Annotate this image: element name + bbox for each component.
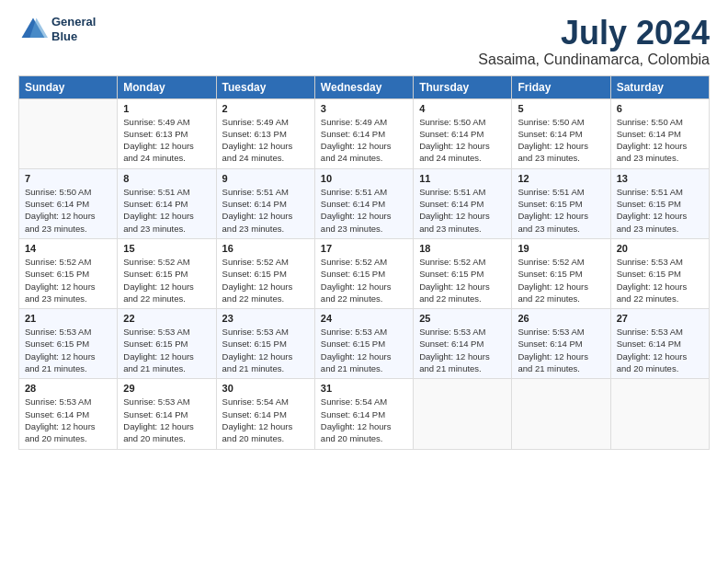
week-row-5: 28 Sunrise: 5:53 AMSunset: 6:14 PMDaylig… (19, 379, 710, 449)
day-number: 13 (617, 173, 703, 184)
cell-details: Sunrise: 5:53 AMSunset: 6:15 PMDaylight:… (123, 327, 194, 373)
calendar-cell: 13 Sunrise: 5:51 AMSunset: 6:15 PMDaylig… (610, 168, 709, 238)
cell-details: Sunrise: 5:52 AMSunset: 6:15 PMDaylight:… (518, 257, 588, 304)
week-row-2: 7 Sunrise: 5:50 AMSunset: 6:14 PMDayligh… (19, 168, 710, 238)
calendar-cell: 15 Sunrise: 5:52 AMSunset: 6:15 PMDaylig… (118, 238, 216, 308)
page: General Blue July 2024 Sasaima, Cundinam… (0, 0, 728, 563)
cell-details: Sunrise: 5:54 AMSunset: 6:14 PMDaylight:… (222, 396, 293, 443)
cell-details: Sunrise: 5:52 AMSunset: 6:15 PMDaylight:… (123, 257, 194, 304)
calendar-cell: 27 Sunrise: 5:53 AMSunset: 6:14 PMDaylig… (610, 309, 709, 379)
cell-details: Sunrise: 5:51 AMSunset: 6:14 PMDaylight:… (222, 187, 293, 234)
day-number: 4 (419, 103, 506, 114)
day-number: 23 (222, 313, 309, 324)
cell-details: Sunrise: 5:53 AMSunset: 6:15 PMDaylight:… (617, 257, 688, 304)
cell-details: Sunrise: 5:53 AMSunset: 6:15 PMDaylight:… (222, 327, 293, 373)
day-header-sunday: Sunday (19, 75, 118, 98)
calendar-cell: 24 Sunrise: 5:53 AMSunset: 6:15 PMDaylig… (314, 309, 413, 379)
calendar-cell: 5 Sunrise: 5:50 AMSunset: 6:14 PMDayligh… (512, 98, 610, 168)
day-number: 14 (25, 243, 111, 254)
cell-details: Sunrise: 5:49 AMSunset: 6:14 PMDaylight:… (321, 117, 392, 164)
calendar-cell: 19 Sunrise: 5:52 AMSunset: 6:15 PMDaylig… (512, 238, 610, 308)
calendar-cell: 23 Sunrise: 5:53 AMSunset: 6:15 PMDaylig… (216, 309, 314, 379)
day-number: 24 (321, 313, 407, 324)
calendar-cell: 31 Sunrise: 5:54 AMSunset: 6:14 PMDaylig… (314, 379, 413, 449)
calendar-cell: 12 Sunrise: 5:51 AMSunset: 6:15 PMDaylig… (512, 168, 610, 238)
day-number: 29 (123, 383, 210, 394)
cell-details: Sunrise: 5:53 AMSunset: 6:14 PMDaylight:… (518, 327, 588, 373)
day-header-thursday: Thursday (414, 75, 512, 98)
calendar-cell: 6 Sunrise: 5:50 AMSunset: 6:14 PMDayligh… (610, 98, 709, 168)
calendar-cell: 21 Sunrise: 5:53 AMSunset: 6:15 PMDaylig… (19, 309, 118, 379)
day-number: 3 (321, 103, 407, 114)
logo: General Blue (18, 15, 96, 44)
calendar-cell: 26 Sunrise: 5:53 AMSunset: 6:14 PMDaylig… (512, 309, 610, 379)
cell-details: Sunrise: 5:52 AMSunset: 6:15 PMDaylight:… (25, 257, 96, 304)
day-number: 2 (222, 103, 309, 114)
calendar-cell: 14 Sunrise: 5:52 AMSunset: 6:15 PMDaylig… (19, 238, 118, 308)
calendar-cell: 20 Sunrise: 5:53 AMSunset: 6:15 PMDaylig… (610, 238, 709, 308)
day-number: 11 (419, 173, 506, 184)
day-number: 12 (518, 173, 604, 184)
day-number: 22 (123, 313, 210, 324)
calendar-cell: 9 Sunrise: 5:51 AMSunset: 6:14 PMDayligh… (216, 168, 314, 238)
calendar-cell: 18 Sunrise: 5:52 AMSunset: 6:15 PMDaylig… (414, 238, 512, 308)
day-number: 25 (419, 313, 506, 324)
day-number: 9 (222, 173, 309, 184)
calendar-cell: 10 Sunrise: 5:51 AMSunset: 6:14 PMDaylig… (314, 168, 413, 238)
calendar-cell (512, 379, 610, 449)
subtitle: Sasaima, Cundinamarca, Colombia (478, 52, 710, 68)
week-row-1: 1 Sunrise: 5:49 AMSunset: 6:13 PMDayligh… (19, 98, 710, 168)
calendar-cell: 29 Sunrise: 5:53 AMSunset: 6:14 PMDaylig… (118, 379, 216, 449)
day-number: 21 (25, 313, 111, 324)
header-row: SundayMondayTuesdayWednesdayThursdayFrid… (19, 75, 710, 98)
header: General Blue July 2024 Sasaima, Cundinam… (18, 15, 710, 68)
day-header-wednesday: Wednesday (314, 75, 413, 98)
day-number: 18 (419, 243, 506, 254)
calendar-cell: 28 Sunrise: 5:53 AMSunset: 6:14 PMDaylig… (19, 379, 118, 449)
day-header-saturday: Saturday (610, 75, 709, 98)
week-row-3: 14 Sunrise: 5:52 AMSunset: 6:15 PMDaylig… (19, 238, 710, 308)
day-number: 8 (123, 173, 210, 184)
day-number: 5 (518, 103, 604, 114)
day-header-tuesday: Tuesday (216, 75, 314, 98)
cell-details: Sunrise: 5:53 AMSunset: 6:14 PMDaylight:… (419, 327, 490, 373)
title-block: July 2024 Sasaima, Cundinamarca, Colombi… (478, 15, 710, 68)
day-number: 16 (222, 243, 309, 254)
calendar-cell (414, 379, 512, 449)
calendar-cell: 1 Sunrise: 5:49 AMSunset: 6:13 PMDayligh… (118, 98, 216, 168)
cell-details: Sunrise: 5:53 AMSunset: 6:14 PMDaylight:… (617, 327, 688, 373)
cell-details: Sunrise: 5:51 AMSunset: 6:14 PMDaylight:… (419, 187, 490, 234)
main-title: July 2024 (478, 15, 710, 52)
day-number: 17 (321, 243, 407, 254)
cell-details: Sunrise: 5:53 AMSunset: 6:14 PMDaylight:… (25, 396, 96, 443)
cell-details: Sunrise: 5:53 AMSunset: 6:14 PMDaylight:… (123, 396, 194, 443)
cell-details: Sunrise: 5:50 AMSunset: 6:14 PMDaylight:… (518, 117, 588, 164)
day-number: 19 (518, 243, 604, 254)
day-number: 28 (25, 383, 111, 394)
cell-details: Sunrise: 5:51 AMSunset: 6:14 PMDaylight:… (321, 187, 392, 234)
cell-details: Sunrise: 5:53 AMSunset: 6:15 PMDaylight:… (25, 327, 96, 373)
day-number: 15 (123, 243, 210, 254)
day-number: 1 (123, 103, 210, 114)
calendar-cell: 16 Sunrise: 5:52 AMSunset: 6:15 PMDaylig… (216, 238, 314, 308)
cell-details: Sunrise: 5:52 AMSunset: 6:15 PMDaylight:… (321, 257, 392, 304)
calendar-cell: 8 Sunrise: 5:51 AMSunset: 6:14 PMDayligh… (118, 168, 216, 238)
day-number: 6 (617, 103, 703, 114)
calendar-cell: 3 Sunrise: 5:49 AMSunset: 6:14 PMDayligh… (314, 98, 413, 168)
calendar-cell: 2 Sunrise: 5:49 AMSunset: 6:13 PMDayligh… (216, 98, 314, 168)
cell-details: Sunrise: 5:51 AMSunset: 6:15 PMDaylight:… (518, 187, 588, 234)
day-header-friday: Friday (512, 75, 610, 98)
day-number: 27 (617, 313, 703, 324)
day-number: 20 (617, 243, 703, 254)
day-number: 7 (25, 173, 111, 184)
day-number: 31 (321, 383, 407, 394)
cell-details: Sunrise: 5:54 AMSunset: 6:14 PMDaylight:… (321, 396, 392, 443)
calendar-cell: 25 Sunrise: 5:53 AMSunset: 6:14 PMDaylig… (414, 309, 512, 379)
calendar-cell: 7 Sunrise: 5:50 AMSunset: 6:14 PMDayligh… (19, 168, 118, 238)
calendar-table: SundayMondayTuesdayWednesdayThursdayFrid… (18, 75, 710, 450)
cell-details: Sunrise: 5:49 AMSunset: 6:13 PMDaylight:… (123, 117, 194, 164)
cell-details: Sunrise: 5:52 AMSunset: 6:15 PMDaylight:… (419, 257, 490, 304)
day-number: 30 (222, 383, 309, 394)
cell-details: Sunrise: 5:50 AMSunset: 6:14 PMDaylight:… (25, 187, 96, 234)
calendar-cell: 11 Sunrise: 5:51 AMSunset: 6:14 PMDaylig… (414, 168, 512, 238)
